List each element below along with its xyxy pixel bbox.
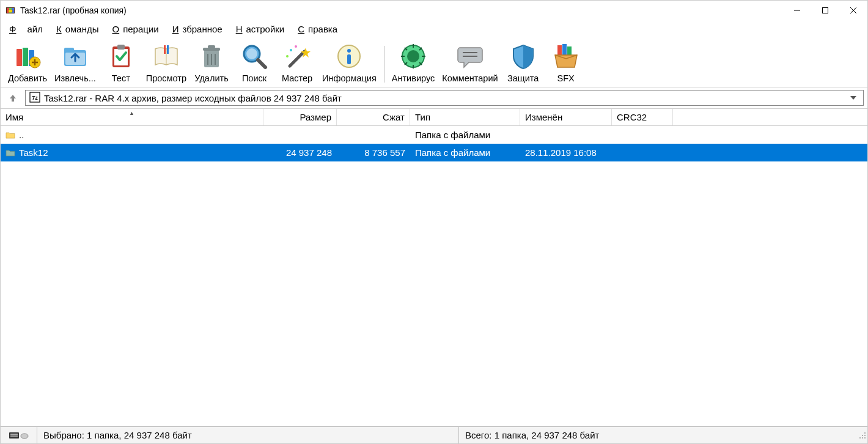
svg-point-67	[864, 437, 866, 438]
svg-point-37	[286, 55, 289, 57]
box-books-icon	[551, 42, 581, 71]
speech-bubble-icon	[455, 42, 485, 71]
file-modified	[520, 126, 612, 144]
column-name[interactable]: ▲ Имя	[1, 109, 263, 125]
path-field[interactable]: 7z Task12.rar - RAR 4.x архив, размер ис…	[25, 90, 864, 106]
svg-point-63	[862, 435, 863, 436]
info-icon	[334, 42, 364, 71]
svg-point-35	[290, 49, 292, 51]
menu-favorites[interactable]: Избранное	[169, 23, 230, 35]
toolbar-label: Добавить	[8, 73, 47, 83]
svg-rect-23	[167, 45, 169, 54]
svg-line-32	[258, 60, 265, 67]
svg-rect-53	[557, 45, 562, 55]
window-controls	[783, 1, 867, 20]
file-size	[263, 126, 337, 144]
view-button[interactable]: Просмотр	[142, 40, 190, 84]
toolbar-label: Тест	[112, 73, 130, 83]
status-bar: Выбрано: 1 папка, 24 937 248 байт Всего:…	[1, 426, 867, 443]
path-dropdown-icon[interactable]	[847, 96, 859, 100]
extract-button[interactable]: Извлечь...	[51, 40, 100, 84]
toolbar-label: Мастер	[282, 73, 312, 83]
test-button[interactable]: Тест	[100, 40, 142, 84]
svg-point-39	[347, 49, 351, 53]
file-packed	[337, 126, 410, 144]
virus-icon	[399, 42, 428, 71]
menu-settings[interactable]: Настройки	[232, 23, 292, 35]
status-selected: Выбрано: 1 папка, 24 937 248 байт	[37, 427, 459, 443]
svg-rect-9	[17, 49, 22, 66]
file-crc	[612, 126, 673, 144]
file-size: 24 937 248	[263, 144, 337, 161]
file-type: Папка с файлами	[410, 126, 520, 144]
toolbar-label: Информация	[322, 73, 377, 83]
menu-operations[interactable]: Операции	[108, 23, 166, 35]
resize-grip[interactable]	[858, 431, 867, 440]
svg-rect-16	[64, 48, 74, 53]
svg-rect-4	[9, 10, 12, 12]
column-packed[interactable]: Сжат	[337, 109, 410, 125]
trash-icon	[197, 42, 226, 71]
wizard-button[interactable]: Мастер	[276, 40, 318, 84]
menu-help[interactable]: Справка	[294, 23, 345, 35]
folder-icon	[6, 130, 15, 140]
menu-commands[interactable]: Команды	[53, 23, 106, 35]
file-name: Task12	[19, 147, 48, 158]
svg-text:7z: 7z	[32, 95, 38, 101]
toolbar-label: SFX	[557, 73, 574, 83]
shield-icon	[509, 42, 538, 71]
column-size[interactable]: Размер	[263, 109, 337, 125]
toolbar-separator	[384, 46, 384, 83]
file-name: ..	[19, 130, 24, 140]
file-type: Папка с файлами	[410, 144, 520, 161]
toolbar-label: Извлечь...	[54, 73, 96, 83]
svg-rect-20	[117, 45, 125, 50]
maximize-button[interactable]	[811, 1, 839, 20]
add-button[interactable]: Добавить	[4, 40, 51, 84]
minimize-button[interactable]	[783, 1, 811, 20]
svg-rect-6	[823, 8, 828, 13]
menu-file[interactable]: Файл	[6, 23, 50, 35]
folder-icon	[6, 148, 15, 158]
antivirus-button[interactable]: Антивирус	[388, 40, 438, 84]
wand-icon	[282, 42, 312, 71]
books-plus-icon	[13, 42, 42, 71]
svg-point-61	[21, 434, 28, 438]
sort-asc-icon: ▲	[129, 110, 134, 116]
path-text: Task12.rar - RAR 4.x архив, размер исход…	[44, 93, 844, 103]
column-modified[interactable]: Изменён	[520, 109, 612, 125]
column-type[interactable]: Тип	[410, 109, 520, 125]
file-list[interactable]: ..Папка с файламиTask1224 937 2488 736 5…	[1, 126, 867, 426]
file-row[interactable]: Task1224 937 2488 736 557Папка с файлами…	[1, 144, 867, 161]
toolbar-label: Просмотр	[146, 73, 186, 83]
svg-rect-55	[567, 46, 572, 55]
comment-button[interactable]: Комментарий	[438, 40, 501, 84]
find-button[interactable]: Поиск	[233, 40, 276, 84]
protect-button[interactable]: Защита	[502, 40, 545, 84]
toolbar-label: Антивирус	[392, 73, 435, 83]
delete-button[interactable]: Удалить	[190, 40, 233, 84]
toolbar-label: Удалить	[194, 73, 228, 83]
svg-point-36	[295, 45, 297, 48]
info-button[interactable]: Информация	[318, 40, 380, 84]
toolbar: Добавить Извлечь... Тест	[1, 39, 867, 87]
title-bar: Task12.rar (пробная копия)	[1, 1, 867, 20]
toolbar-label: Поиск	[242, 73, 267, 83]
column-crc[interactable]: CRC32	[612, 109, 673, 125]
svg-rect-40	[347, 54, 351, 64]
close-button[interactable]	[839, 1, 867, 20]
svg-point-66	[862, 437, 863, 438]
sfx-button[interactable]: SFX	[545, 40, 587, 84]
clipboard-check-icon	[106, 42, 136, 71]
svg-point-62	[864, 432, 866, 434]
file-modified: 28.11.2019 16:08	[520, 144, 612, 161]
svg-point-64	[864, 435, 866, 436]
folder-arrow-icon	[61, 42, 90, 71]
status-icon-segment	[1, 427, 37, 443]
svg-rect-10	[23, 48, 28, 66]
book-open-icon	[152, 42, 181, 71]
keyboard-disk-icon	[9, 431, 29, 440]
file-row[interactable]: ..Папка с файлами	[1, 126, 867, 144]
nav-up-button[interactable]	[4, 91, 21, 105]
toolbar-label: Защита	[507, 73, 539, 83]
